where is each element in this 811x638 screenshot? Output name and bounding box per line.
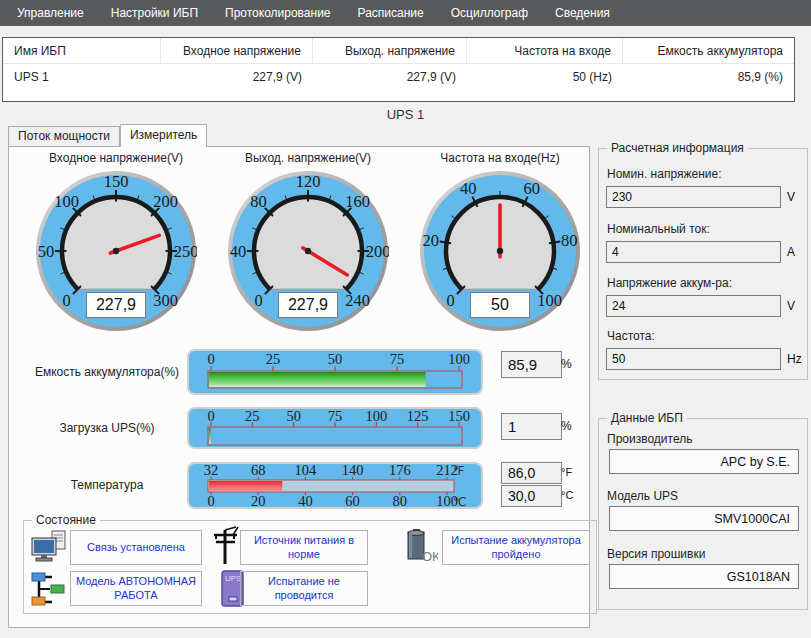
table-cell: 85,9 (%) [623,64,794,90]
svg-text:0: 0 [446,291,454,310]
svg-text:0: 0 [62,291,70,310]
svg-text:20: 20 [423,231,440,250]
bar-gauge-svg: 0255075100125150 [187,407,483,449]
svg-text:200: 200 [366,242,389,261]
status-item: Источник питания в норме [240,530,368,565]
svg-text:250: 250 [174,242,197,261]
menu-item-2[interactable]: Настройки ИБП [111,6,198,20]
temperature-f-readout: 86,0 [501,462,562,484]
ups-table: Имя ИБПВходное напряжениеВыход. напряжен… [2,37,795,102]
bar-unit-label: % [561,357,572,371]
info-value-box: GS1018AN [609,564,799,589]
svg-text:80: 80 [250,192,267,211]
column-header: Выход. напряжение [313,38,467,63]
field-label: Производитель [607,432,692,446]
setting-input[interactable]: 4 [606,241,781,263]
status-item: Модель АВТОНОМНАЯ РАБОТА [70,571,202,606]
status-groupbox: Состояние Связь установленаИсточник пита… [23,520,597,614]
svg-text:50: 50 [286,408,301,424]
field-label: Номин. напряжение: [607,167,721,181]
column-header: Входное напряжение [161,38,313,63]
gauge-1: Входное напряжение(V)0501001502002503002… [21,151,211,332]
field-label: Версия прошивки [607,547,705,561]
flowchart-icon [30,571,66,611]
ups-data-title: Данные ИБП [607,411,687,425]
status-item: Связь установлена [70,530,202,565]
calc-info-title: Расчетная информация [607,141,748,155]
field-label: Модель UPS [607,489,678,503]
gauge-title: Выход. напряжение(V) [213,151,403,167]
svg-text:℃: ℃ [453,495,466,509]
svg-text:℉: ℉ [453,464,464,478]
setting-input[interactable]: 24 [606,295,781,317]
svg-text:200: 200 [153,192,178,211]
battery-ok-icon: OK [406,528,438,568]
bar-label: Загрузка UPS(%) [17,421,197,435]
svg-text:0: 0 [207,493,214,509]
bar-value-readout: 1 [501,413,562,440]
svg-text:0: 0 [254,291,262,310]
menu-item-5[interactable]: Осциллограф [451,6,528,20]
bar-value-readout: 85,9 [501,351,562,378]
bar-label: Емкость аккумулятора(%) [17,365,197,379]
gauge-value-readout: 227,9 [278,292,338,318]
table-cell: 50 (Hz) [467,64,623,90]
svg-text:25: 25 [245,408,260,424]
svg-text:25: 25 [266,351,281,367]
svg-text:20: 20 [251,493,266,509]
meter-tab-panel: Входное напряжение(V)0501001502002503002… [8,146,590,628]
svg-text:300: 300 [153,291,178,310]
status-item: Испытание не проводится [240,571,368,606]
svg-text:240: 240 [345,291,370,310]
ups-data-groupbox: Данные ИБП ПроизводительAPC by S.E.Модел… [598,418,808,610]
unit-label: V [787,299,795,313]
svg-text:50: 50 [328,351,343,367]
tab-2[interactable]: Измеритель [120,124,207,147]
bar-unit-label: % [561,419,572,433]
svg-text:176: 176 [389,462,411,478]
svg-text:100: 100 [448,351,470,367]
temperature-c-unit: °C [561,489,573,501]
svg-text:80: 80 [561,231,578,250]
gauge-value-readout: 50 [470,292,530,318]
ups-table-header: Имя ИБПВходное напряжениеВыход. напряжен… [3,38,794,64]
svg-text:32: 32 [204,462,219,478]
svg-text:50: 50 [38,242,55,261]
svg-text:75: 75 [328,408,343,424]
table-cell: 227,9 (V) [161,64,313,90]
column-header: Имя ИБП [3,38,161,63]
field-label: Частота: [607,329,655,343]
menu-item-6[interactable]: Сведения [555,6,610,20]
table-cell: UPS 1 [3,64,161,90]
menu-item-3[interactable]: Протоколирование [225,6,331,20]
setting-input[interactable]: 230 [606,186,781,208]
setting-input[interactable]: 50 [606,348,781,370]
svg-text:0: 0 [207,351,214,367]
table-row[interactable]: UPS 1227,9 (V)227,9 (V)50 (Hz)85,9 (%) [3,64,794,90]
svg-text:100: 100 [537,291,562,310]
ups-monitor-window: УправлениеНастройки ИБППротоколированиеР… [0,0,811,638]
svg-text:0: 0 [207,408,214,424]
svg-text:140: 140 [342,462,364,478]
status-group-title: Состояние [32,513,100,527]
bar-gauge: 0255075100 [187,349,483,395]
info-value-box: SMV1000CAI [609,506,799,531]
svg-text:120: 120 [296,172,321,191]
table-cell: 227,9 (V) [313,64,467,90]
svg-text:68: 68 [251,462,266,478]
svg-text:80: 80 [393,493,408,509]
menu-item-4[interactable]: Расписание [358,6,424,20]
svg-text:100: 100 [54,192,79,211]
svg-text:150: 150 [448,408,470,424]
svg-text:40: 40 [460,179,477,198]
temperature-f-unit: °F [561,466,572,478]
calc-info-groupbox: Расчетная информация Номин. напряжение:2… [598,148,808,380]
gauge-2: Выход. напряжение(V)04080120160200240227… [213,151,403,332]
svg-text:150: 150 [104,172,129,191]
menu-item-1[interactable]: Управление [17,6,84,20]
column-header: Емкость аккумулятора [623,38,794,63]
svg-text:UPS: UPS [225,574,241,583]
temperature-c-readout: 30,0 [501,485,562,507]
tab-1[interactable]: Поток мощности [8,126,120,146]
svg-text:OK: OK [422,549,438,564]
